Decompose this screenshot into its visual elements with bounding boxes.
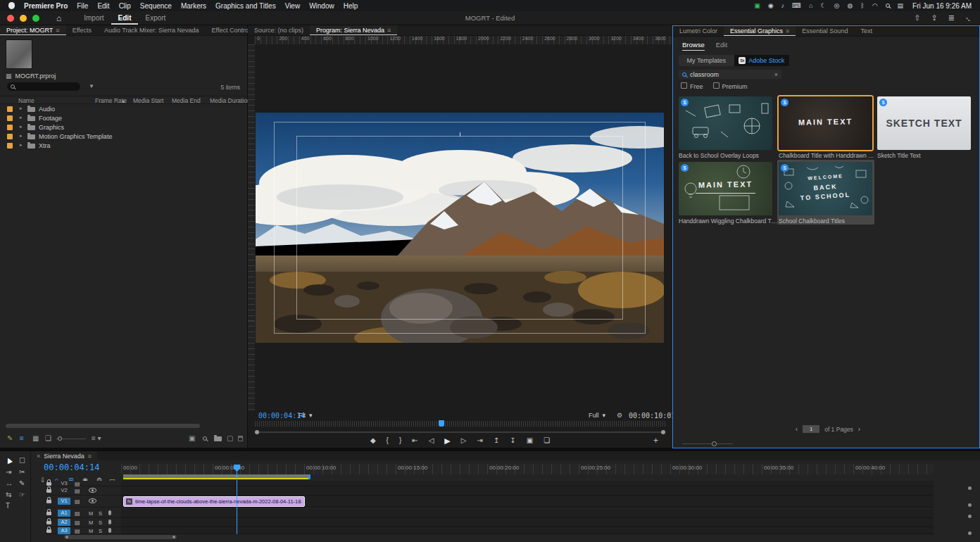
list-view-button[interactable]: ≡ [20,434,24,442]
new-bin-button[interactable] [214,436,222,441]
track-lock-icon[interactable] [46,529,51,533]
project-writable-icon[interactable]: ✎ [7,434,13,442]
track-name-a3[interactable]: A3 [58,527,70,534]
automate-to-sequence-button[interactable]: ▣ [189,434,195,442]
add-marker-button[interactable]: ◆ [370,436,376,446]
track-lane-a3[interactable] [121,527,934,534]
track-output-eye-icon[interactable] [89,498,96,503]
source-patch-icon[interactable]: ▤ [75,527,80,534]
solo-button[interactable]: S [99,510,102,517]
panel-menu-icon[interactable]: ≡ [387,27,391,34]
zoom-window-button[interactable] [32,15,39,22]
delete-button[interactable] [238,436,243,441]
tab-project-mogrt[interactable]: Project: MOGRT≡ [0,25,66,35]
menu-item-markers[interactable]: Markers [181,2,206,10]
track-lock-icon[interactable] [46,512,51,515]
icon-view-button[interactable]: ▦ [32,434,39,442]
template-thumbnail-school-chalkboard-titles[interactable]: $WELCOMEBACKTO SCHOOL [779,162,872,215]
focus-moon-icon[interactable]: ☾ [820,0,826,11]
track-lock-icon[interactable] [46,482,51,486]
menu-bar-clock[interactable]: Fri Jun 16 9:26 AM [912,2,972,10]
menu-item-graphics-and-titles[interactable]: Graphics and Titles [215,2,276,10]
monitor-settings-icon[interactable]: ⚙ [617,412,622,419]
home-app-icon[interactable]: ⌂ [809,0,812,11]
chevron-right-icon[interactable]: ▸ [20,124,23,130]
mode-tab-import[interactable]: Import [77,13,111,23]
toggle-my-templates[interactable]: My Templates [679,55,734,66]
track-scroll-handle[interactable] [968,531,972,535]
apple-menu-icon[interactable] [8,2,15,9]
voiceover-record-icon[interactable] [108,528,111,533]
timeline-tracks-area[interactable] [121,481,934,534]
new-item-button[interactable]: ▢ [227,434,233,442]
menu-item-view[interactable]: View [285,2,301,10]
filter-bin-icon[interactable]: ▼ [89,83,94,89]
mode-tab-edit[interactable]: Edit [111,13,139,25]
monitor-playhead[interactable] [439,420,444,427]
track-lock-icon[interactable] [46,521,51,524]
mark-in-button[interactable]: { [387,436,389,446]
mark-out-button[interactable]: } [399,436,401,446]
previous-page-button[interactable]: ‹ [796,425,798,433]
audio-controls-icon[interactable]: ♪ [781,0,785,11]
find-button[interactable] [203,436,207,441]
column-header-media-end[interactable]: Media End [172,97,201,104]
display-icon[interactable]: ▤ [898,0,904,11]
timeline-timecode[interactable]: 00:00:04:14 [44,462,99,472]
bluetooth-icon[interactable]: ᛒ [860,0,864,11]
sort-icons-button[interactable]: ≡ ▾ [92,434,101,442]
menu-item-premiere-pro[interactable]: Premiere Pro [24,2,68,10]
razor-tool[interactable]: ✂ [19,468,25,476]
tab-effects[interactable]: Effects [66,25,98,35]
go-to-out-button[interactable]: ⇥ [477,436,483,446]
template-thumbnail-chalkboard-title-with-handdrawn-classroom-s[interactable]: $MAIN TEXT [779,96,872,150]
subtab-edit[interactable]: Edit [716,41,727,51]
bin-row-audio[interactable]: ▸Audio [0,105,247,114]
tab-essential-sound[interactable]: Essential Sound [796,26,854,36]
extract-button[interactable]: ↧ [510,436,515,446]
project-search-input[interactable] [7,82,80,91]
voiceover-record-icon[interactable] [108,510,111,515]
checkbox-premium[interactable] [713,82,720,89]
track-lane-v2[interactable] [121,486,934,496]
creative-cloud-icon[interactable]: ◉ [768,0,774,11]
track-name-a1[interactable]: A1 [58,510,70,517]
panel-menu-icon[interactable]: ≡ [88,453,92,460]
chevron-right-icon[interactable]: ▸ [20,106,23,111]
pen-tool[interactable]: ✎ [19,479,25,487]
button-editor-icon[interactable]: + [653,436,658,446]
timeline-playhead[interactable] [237,465,237,534]
playback-resolution-dropdown[interactable]: Full▾ [589,412,605,419]
template-thumbnail-handdrawn-wiggling-chalkboard-title[interactable]: $MAIN TEXT [679,162,772,215]
panel-menu-icon[interactable]: ≡ [786,27,789,34]
timeline-horizontal-scrollbar[interactable] [64,535,177,539]
hand-tool[interactable]: ☞ [19,491,25,498]
bin-row-footage[interactable]: ▸Footage [0,114,247,123]
thumbnail-size-slider[interactable] [682,441,733,447]
solo-button[interactable]: S [99,519,102,526]
spotlight-icon[interactable] [886,4,890,8]
bin-row-motion-graphics-template[interactable]: ▸Motion Graphics Template [0,132,247,141]
column-header-media-duration[interactable]: Media Duration [210,97,251,104]
tab-essential-graphics[interactable]: Essential Graphics≡ [724,26,796,36]
templates-search-input[interactable]: classroom × [679,70,781,79]
freeform-view-button[interactable]: ❏ [45,434,51,442]
menu-item-file[interactable]: File [77,2,88,10]
tab-audio-track-mixer-sierra-nevada[interactable]: Audio Track Mixer: Sierra Nevada [98,25,206,35]
project-horizontal-scrollbar[interactable] [3,424,244,428]
program-monitor-viewport[interactable] [256,113,664,343]
track-name-v3[interactable]: V3 [58,480,70,487]
track-scroll-handle[interactable] [968,503,972,507]
label-color-chip[interactable] [7,106,13,112]
track-header-v1[interactable]: V1▤ [45,496,121,508]
template-thumbnail-sketch-title-text[interactable]: $SKETCH TEXT [877,96,971,150]
clear-search-icon[interactable]: × [774,71,778,78]
menu-item-help[interactable]: Help [344,2,358,10]
menu-item-clip[interactable]: Clip [119,2,131,10]
bin-row-graphics[interactable]: ▸Graphics [0,123,247,132]
close-window-button[interactable] [7,15,14,22]
track-name-a2[interactable]: A2 [58,519,70,526]
marquee-tool[interactable]: ☐ [19,457,25,465]
track-header-a3[interactable]: A3▤MS [45,527,121,534]
filter-free[interactable]: Free [681,82,703,90]
